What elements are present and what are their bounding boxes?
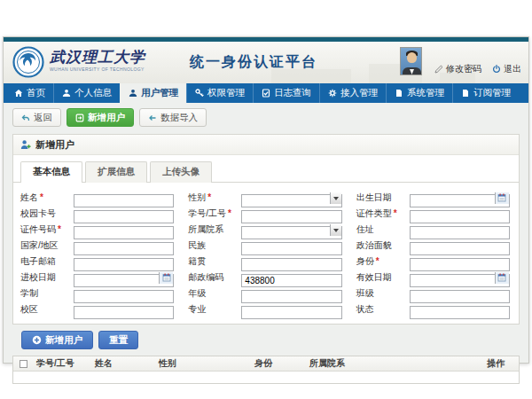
text-input[interactable]: [241, 242, 341, 255]
users-table-header: 学号/工号姓名性别身份所属院系操作: [13, 356, 519, 372]
table-column-header: 性别: [155, 357, 251, 370]
text-input[interactable]: [410, 242, 510, 255]
submit-add-user-button[interactable]: 新增用户: [21, 331, 93, 349]
nav-item[interactable]: 用户管理: [120, 83, 186, 103]
field-control: [241, 192, 341, 205]
nav-item-label: 首页: [27, 87, 45, 99]
field-label: 邮政编码: [188, 271, 241, 284]
tab-upload-avatar[interactable]: 上传头像: [150, 161, 212, 183]
nav-item[interactable]: 日志查询: [253, 83, 319, 103]
field-control: [410, 303, 510, 317]
field-control: [410, 192, 510, 205]
select-all-checkbox[interactable]: [20, 360, 27, 368]
field-label: 校区: [20, 303, 74, 316]
form-field: 邮政编码: [188, 270, 341, 286]
header: 武汉理工大学 WUHAN UNIVERSITY OF TECHNOLOGY 统一…: [4, 42, 528, 83]
text-input[interactable]: [74, 210, 174, 223]
calendar-icon[interactable]: [159, 272, 173, 284]
text-input[interactable]: [410, 306, 510, 319]
field-control: [74, 239, 174, 253]
chevron-down-icon[interactable]: [330, 192, 341, 204]
header-actions: 修改密码 退出: [434, 63, 521, 75]
back-button[interactable]: 返回: [12, 108, 61, 127]
field-control: [74, 255, 174, 269]
field-control: [241, 287, 341, 301]
power-icon: [492, 65, 501, 74]
nav-item-label: 权限管理: [207, 87, 245, 99]
text-input[interactable]: [410, 258, 510, 271]
change-password-label: 修改密码: [446, 63, 481, 75]
text-input[interactable]: [410, 290, 510, 303]
doc-icon: [395, 89, 403, 98]
text-input[interactable]: [74, 290, 174, 303]
reset-button[interactable]: 重置: [98, 331, 138, 349]
data-import-button[interactable]: 数据导入: [139, 108, 207, 127]
text-input[interactable]: [74, 226, 174, 239]
tab-basic-info[interactable]: 基本信息: [20, 161, 82, 183]
select-input[interactable]: [241, 226, 341, 239]
logout-link[interactable]: 退出: [492, 63, 521, 75]
nav-item[interactable]: 订阅管理: [452, 83, 519, 103]
form-field: 状态: [356, 302, 510, 317]
form-field: 民族: [188, 239, 341, 254]
text-input[interactable]: [241, 290, 341, 303]
field-control: [74, 287, 174, 301]
form-field: 证件号码*: [20, 223, 174, 238]
form-column: 出生日期证件类型*住址政治面貌身份*有效日期班级状态: [356, 191, 513, 318]
field-control: [410, 271, 510, 285]
required-marker: *: [376, 256, 379, 266]
reset-button-label: 重置: [109, 334, 128, 347]
form-column: 姓名*校园卡号证件号码*国家/地区电子邮箱进校日期学制校区: [20, 191, 188, 318]
add-user-toolbar-button[interactable]: 新增用户: [66, 108, 134, 127]
text-input[interactable]: [241, 306, 341, 319]
select-input[interactable]: [241, 194, 341, 207]
select-all-cell: [13, 360, 33, 368]
text-input[interactable]: [74, 194, 174, 207]
nav-item[interactable]: 权限管理: [186, 83, 253, 103]
university-logo-icon: [12, 46, 44, 78]
key-icon: [195, 89, 204, 98]
calendar-icon[interactable]: [495, 272, 509, 284]
field-control: [241, 255, 341, 269]
person-icon: [62, 89, 71, 98]
import-arrow-icon: [148, 113, 157, 122]
text-input[interactable]: [74, 258, 174, 271]
app-window: 武汉理工大学 WUHAN UNIVERSITY OF TECHNOLOGY 统一…: [3, 36, 529, 364]
log-check-icon: [262, 89, 270, 98]
form-field: 籍贯: [188, 254, 341, 270]
nav-item-label: 接入管理: [340, 87, 378, 99]
nav-item[interactable]: 系统管理: [386, 83, 452, 103]
nav-item[interactable]: 首页: [4, 83, 53, 103]
field-control: [410, 287, 510, 301]
calendar-icon[interactable]: [495, 192, 509, 204]
doc-icon: [461, 89, 470, 98]
nav-item[interactable]: 接入管理: [319, 83, 386, 103]
chevron-down-icon[interactable]: [330, 224, 341, 236]
text-input[interactable]: [241, 274, 341, 287]
text-input[interactable]: [410, 210, 510, 223]
change-password-link[interactable]: 修改密码: [434, 63, 481, 75]
field-control: [241, 303, 341, 317]
text-input[interactable]: [241, 258, 341, 271]
text-input[interactable]: [410, 226, 510, 239]
nav-item-label: 系统管理: [407, 87, 444, 99]
add-user-toolbar-label: 新增用户: [88, 112, 125, 124]
form-field: 有效日期: [356, 270, 510, 286]
nav-item-label: 订阅管理: [473, 87, 511, 99]
text-input[interactable]: [74, 306, 174, 319]
tab-extended-info[interactable]: 扩展信息: [85, 161, 147, 183]
home-icon: [14, 89, 23, 98]
required-marker: *: [394, 208, 397, 218]
table-column-header: 学号/工号: [33, 357, 91, 370]
main-nav: 首页个人信息用户管理权限管理日志查询接入管理系统管理订阅管理: [4, 83, 528, 103]
field-label: 籍贯: [188, 255, 241, 268]
back-button-label: 返回: [34, 112, 52, 124]
field-label: 学号/工号*: [188, 207, 241, 220]
nav-item[interactable]: 个人信息: [53, 83, 120, 103]
field-control: [74, 271, 174, 285]
back-arrow-icon: [21, 113, 30, 122]
form-field: 住址: [356, 223, 510, 238]
form-field: 姓名*: [20, 191, 174, 206]
text-input[interactable]: [241, 210, 341, 223]
text-input[interactable]: [74, 242, 174, 255]
